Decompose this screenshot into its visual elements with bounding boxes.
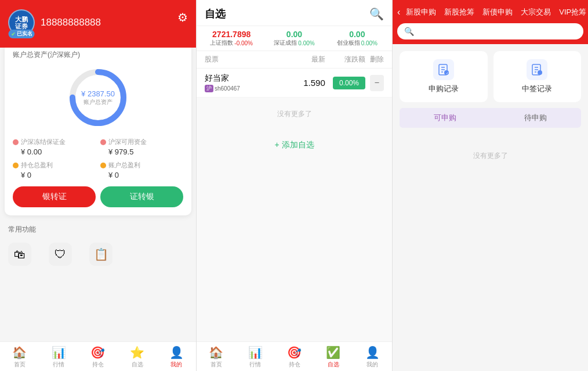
donut-desc: 账户总资产 [81,98,115,106]
mine-icon-w: 👤 [365,345,380,359]
metric-value-0: ¥ 0.00 [13,147,96,156]
ipo-tab-new-bond[interactable]: 新债申购 [479,6,516,19]
lottery-records-label: 中签记录 [522,84,552,94]
stock-price: 1.590 [285,78,325,88]
metric-label-0: 沪深冻结保证金 [21,138,66,146]
stock-price-value: 1.590 [303,78,325,88]
ipo-subtab-pending[interactable]: 待申购 [491,108,582,128]
stock-code-text: sh600467 [215,85,240,92]
nav-mine-w[interactable]: 👤 我的 [353,345,392,369]
account-card: 账户总资产(沪深账户) ¥ 2387.50 账户总资产 [5,42,191,215]
nav-mine[interactable]: 👤 我的 [157,345,196,369]
ipo-search-input[interactable] [418,27,576,36]
bank-to-cert-button[interactable]: 银转证 [13,186,96,207]
user-info-row: 大鹏证券 ✔ 已实名 18888888888 [8,9,188,36]
chinext-name: 创业板指 [337,39,360,47]
nav-home-label: 首页 [14,361,26,369]
bottom-nav-watchlist: 🏠 首页 📊 行情 🎯 持仓 ✅ 自选 👤 我的 [197,341,392,371]
stock-code: 沪 sh600467 [205,85,240,92]
position-icon-w: 🎯 [287,345,302,359]
settings-icon[interactable]: ⚙ [177,10,188,24]
dot-icon [100,163,106,168]
shenzhen-value: 0.00 [264,30,324,39]
nav-home-label-w: 首页 [210,361,222,369]
ipo-lottery-records-button[interactable]: 中签记录 [493,51,582,102]
nav-market[interactable]: 📊 行情 [39,345,79,369]
dot-icon [13,163,19,168]
ipo-tab-vip[interactable]: VIP抢筹 [556,6,588,19]
ipo-subscribe-records-button[interactable]: ✓ 申购记录 [400,51,488,102]
account-title: 账户总资产(沪深账户) [13,50,183,60]
col-change-header: 涨跌额 [325,55,365,64]
nav-mine-label: 我的 [170,361,182,369]
svg-text:✓: ✓ [445,71,448,75]
watchlist-panel: 自选 🔍 2721.7898 上证指数 -0.00% 0.00 深证成指 0.0… [196,0,392,371]
function-icons-row: 🛍 🛡 📋 [0,237,196,272]
subscribe-records-icon: ✓ [433,59,454,80]
svg-point-12 [538,70,542,75]
nav-position-label: 持仓 [92,361,104,369]
ipo-header: ‹ 新股申购 新股抢筹 新债申购 大宗交易 VIP抢筹 🔍 [393,0,588,44]
stock-info: 好当家 沪 sh600467 [205,73,285,92]
nav-watchlist-label: 自选 [132,361,143,369]
col-action-header: 删除 [365,55,384,64]
ipo-action-row: ✓ 申购记录 中签记录 [400,51,581,102]
nav-market-w[interactable]: 📊 行情 [235,345,274,369]
metric-available-funds: 沪深可用资金 ¥ 979.5 [100,138,183,156]
stock-change-col: 0.00% [325,77,365,89]
watchlist-title: 自选 [205,7,226,21]
nav-market-label-w: 行情 [249,361,261,369]
nav-position-w[interactable]: 🎯 持仓 [275,345,314,369]
col-price-header: 最新 [285,55,325,64]
change-badge: 0.00% [333,77,365,89]
cert-to-bank-button[interactable]: 证转银 [100,186,183,207]
donut-label: ¥ 2387.50 账户总资产 [81,89,115,106]
metric-account-profit: 账户总盈利 ¥ 0 [100,161,183,179]
metric-value-2: ¥ 0 [13,171,96,179]
dot-icon [13,139,19,145]
ipo-search-icon: 🔍 [404,27,414,36]
account-header: 大鹏证券 ✔ 已实名 18888888888 ⚙ [0,0,196,48]
stock-name: 好当家 [205,73,285,84]
transfer-buttons: 银转证 证转银 [13,186,183,207]
function-item-1[interactable]: 🛡 [49,243,72,266]
nav-home-w[interactable]: 🏠 首页 [197,345,235,369]
ipo-tab-stock-grab[interactable]: 新股抢筹 [441,6,478,19]
chevron-left-icon[interactable]: ‹ [397,7,400,17]
metric-value-3: ¥ 0 [100,171,183,179]
metric-value-1: ¥ 979.5 [100,147,183,156]
index-chinext: 0.00 创业板指 0.00% [327,30,387,47]
nav-market-label: 行情 [53,361,64,369]
common-functions-label: 常用功能 [0,220,196,237]
ipo-content: ✓ 申购记录 中签记录 可申购 [393,44,588,371]
ipo-tab-new-stock[interactable]: 新股申购 [402,6,440,19]
metric-label-1: 沪深可用资金 [108,138,147,146]
metric-label-2: 持仓总盈利 [21,161,53,170]
shanghai-value: 2721.7898 [201,30,262,39]
nav-home[interactable]: 🏠 首页 [0,345,39,369]
ipo-panel: ‹ 新股申购 新股抢筹 新债申购 大宗交易 VIP抢筹 🔍 [392,0,588,371]
shanghai-change: -0.00% [234,40,253,46]
account-panel: 大鹏证券 ✔ 已实名 18888888888 ⚙ 账户总资产(沪深账户) [0,0,196,371]
bottom-nav-account: 🏠 首页 📊 行情 🎯 持仓 ⭐ 自选 👤 我的 [0,341,196,371]
ipo-search-bar: 🔍 [397,23,583,39]
stock-row[interactable]: 好当家 沪 sh600467 1.590 0.00% － [197,69,392,98]
col-stock-header: 股票 [205,55,285,64]
nav-watchlist-w[interactable]: ✅ 自选 [314,345,353,369]
shanghai-name: 上证指数 [210,39,233,47]
ipo-subtab-available[interactable]: 可申购 [400,108,491,128]
watchlist-header: 自选 🔍 [197,0,392,26]
nav-position[interactable]: 🎯 持仓 [78,345,118,369]
delete-stock-button[interactable]: － [370,75,384,91]
add-watchlist-button[interactable]: + 添加自选 [197,131,392,160]
shenzhen-change: 0.00% [298,40,314,46]
check-icon: ✔ [11,31,16,37]
search-icon-button[interactable]: 🔍 [369,7,384,21]
donut-chart-section: ¥ 2387.50 账户总资产 [13,66,183,129]
nav-watchlist[interactable]: ⭐ 自选 [118,345,157,369]
function-item-2[interactable]: 📋 [89,243,112,266]
home-icon: 🏠 [12,345,27,359]
ipo-tab-block-trade[interactable]: 大宗交易 [517,6,554,19]
stock-action-col: － [365,75,384,91]
function-item-0[interactable]: 🛍 [8,243,31,266]
